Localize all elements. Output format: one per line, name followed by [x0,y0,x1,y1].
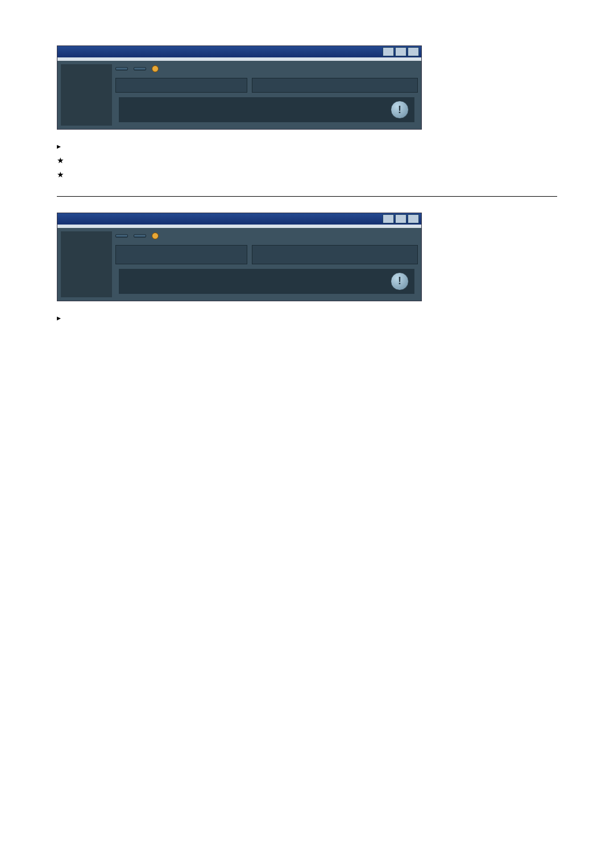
section-heading [252,246,417,255]
sidebar [61,231,112,297]
title-bar [57,46,421,57]
audio-detail-panel [252,245,418,264]
maximize-button[interactable] [395,214,406,223]
window-controls [383,47,419,56]
minimize-button[interactable] [383,214,394,223]
app-window-audio: ! [57,213,422,301]
bullet-icon: ★ [57,169,65,180]
close-button[interactable] [408,214,419,223]
app-window-picture: ! [57,45,422,130]
doc-body-2: ▸ [57,313,557,323]
info-grid [115,78,247,93]
doc-body-1: ▸ ★ ★ [57,141,557,180]
selection-toolbar [115,64,418,76]
divider [57,196,557,197]
clear-all-button[interactable] [134,234,146,238]
busy-indicator-icon [152,65,159,72]
info-icon: ! [391,101,409,119]
window-controls [383,214,419,223]
arrow-icon: ▸ [57,313,66,323]
footer-bar: ! [119,97,414,122]
select-all-button[interactable] [115,67,128,70]
maximize-button[interactable] [395,47,406,56]
arrow-icon: ▸ [57,141,66,152]
picture-detail-panel [252,78,418,93]
select-all-button[interactable] [115,234,128,238]
info-grid [115,245,247,264]
clear-all-button[interactable] [134,67,146,70]
selection-toolbar [115,231,418,243]
busy-indicator-icon [152,232,159,239]
bullet-icon: ★ [57,155,65,166]
info-icon: ! [391,272,409,290]
section-heading [252,78,417,88]
close-button[interactable] [408,47,419,56]
minimize-button[interactable] [383,47,394,56]
footer-bar: ! [119,269,414,294]
sidebar [61,64,112,126]
title-bar [57,213,421,225]
